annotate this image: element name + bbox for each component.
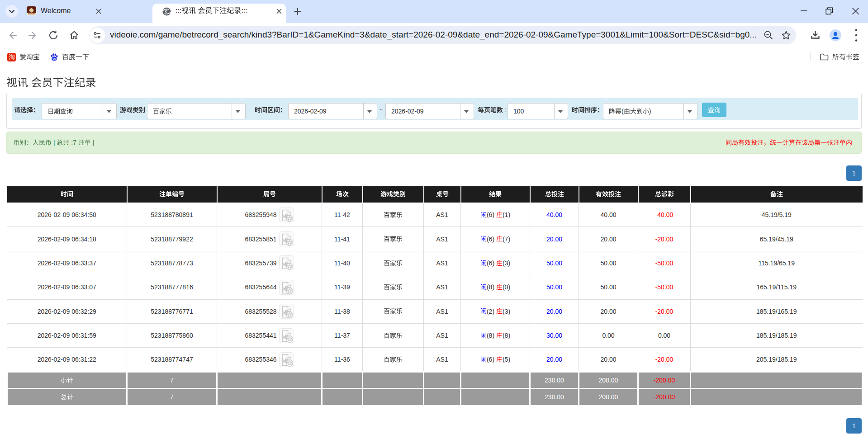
- svg-text:du: du: [52, 57, 56, 60]
